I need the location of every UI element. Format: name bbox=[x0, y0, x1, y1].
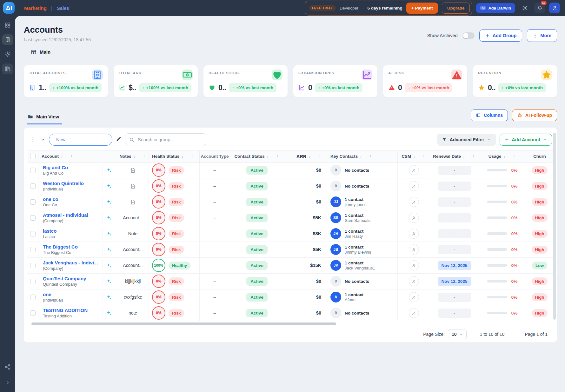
column-header-arr[interactable]: ARR↕⋮ bbox=[284, 151, 327, 162]
column-header-contact-status[interactable]: Contact Status↕⋮ bbox=[230, 151, 284, 162]
vertical-scrollbar-thumb[interactable] bbox=[553, 133, 556, 320]
column-menu-icon[interactable]: ⋮ bbox=[190, 154, 195, 159]
csm-assign-button[interactable] bbox=[409, 165, 419, 175]
columns-button[interactable]: Columns bbox=[471, 110, 508, 121]
column-menu-icon[interactable]: ⋮ bbox=[369, 154, 373, 159]
account-link[interactable]: Jack Venghaus - Indivi... bbox=[43, 260, 100, 265]
sidebar-item-accounts[interactable] bbox=[2, 34, 13, 45]
app-logo[interactable]: Δ bbox=[3, 2, 15, 14]
column-header-account[interactable]: Account↕⋮ bbox=[38, 151, 117, 162]
sidebar-expand-button[interactable] bbox=[2, 377, 13, 388]
select-all-checkbox[interactable] bbox=[30, 154, 36, 159]
column-header-account-type[interactable]: Account Type bbox=[200, 151, 230, 162]
column-header-notes[interactable]: Notes↕⋮ bbox=[117, 151, 149, 162]
row-checkbox[interactable] bbox=[30, 295, 36, 300]
csm-assign-button[interactable] bbox=[409, 292, 419, 302]
ai-sparkle-button[interactable] bbox=[103, 276, 114, 286]
group-kebab-menu[interactable]: ⋮ bbox=[29, 136, 37, 143]
column-menu-icon[interactable]: ⋮ bbox=[142, 154, 146, 159]
ai-sparkle-button[interactable] bbox=[103, 181, 114, 191]
add-group-button[interactable]: Add Group bbox=[479, 30, 522, 42]
sort-icon[interactable]: ↕ bbox=[309, 155, 310, 158]
csm-assign-button[interactable] bbox=[409, 276, 419, 286]
row-checkbox[interactable] bbox=[30, 231, 36, 236]
sidebar-item-dashboard[interactable] bbox=[2, 20, 13, 30]
row-checkbox[interactable] bbox=[30, 263, 36, 268]
page-size-select[interactable]: 10 bbox=[448, 329, 467, 339]
sort-icon[interactable]: ↕ bbox=[267, 155, 269, 158]
upgrade-button[interactable]: Upgrade bbox=[442, 3, 470, 14]
account-link[interactable]: The Biggest Co bbox=[43, 244, 100, 249]
account-link[interactable]: lastco bbox=[43, 228, 100, 234]
profile-button[interactable] bbox=[549, 3, 560, 13]
search-input[interactable] bbox=[137, 137, 202, 143]
row-checkbox[interactable] bbox=[30, 247, 36, 252]
sidebar-item-settings[interactable] bbox=[2, 49, 13, 60]
ai-sparkle-button[interactable] bbox=[103, 229, 114, 239]
account-link[interactable]: TESTING ADDITION bbox=[43, 308, 100, 313]
group-collapse-chevron[interactable] bbox=[40, 137, 45, 142]
notifications-button[interactable]: 10 bbox=[534, 3, 545, 13]
group-name-input[interactable] bbox=[49, 134, 112, 146]
row-checkbox[interactable] bbox=[30, 279, 36, 284]
note-document-icon[interactable] bbox=[130, 167, 136, 173]
csm-assign-button[interactable] bbox=[409, 260, 419, 270]
sidebar-item-library[interactable] bbox=[2, 63, 13, 74]
note-document-icon[interactable] bbox=[130, 183, 136, 189]
csm-assign-button[interactable] bbox=[409, 308, 419, 318]
user-chip[interactable]: AI Ada Darwin bbox=[476, 3, 515, 13]
column-menu-icon[interactable]: ⋮ bbox=[317, 154, 322, 159]
ai-sparkle-button[interactable] bbox=[103, 308, 114, 318]
ai-sparkle-button[interactable] bbox=[103, 244, 114, 255]
sidebar-share-button[interactable] bbox=[2, 362, 13, 372]
account-link[interactable]: Atmosai - Individual bbox=[43, 212, 100, 218]
ai-follow-up-button[interactable]: AI Follow-up bbox=[512, 110, 557, 121]
nav-sales[interactable]: Sales bbox=[57, 5, 69, 11]
row-checkbox[interactable] bbox=[30, 199, 36, 205]
tab-main-view[interactable]: Main View bbox=[27, 114, 62, 124]
column-menu-icon[interactable]: ⋮ bbox=[422, 154, 426, 159]
show-archived-toggle[interactable] bbox=[462, 32, 475, 39]
sort-icon[interactable]: ↕ bbox=[503, 155, 505, 158]
theme-toggle-button[interactable] bbox=[519, 3, 530, 13]
horizontal-scrollbar-thumb[interactable] bbox=[31, 322, 336, 325]
ai-sparkle-button[interactable] bbox=[103, 260, 114, 270]
row-checkbox[interactable] bbox=[30, 310, 36, 316]
account-link[interactable]: Weston Quintrello bbox=[43, 181, 100, 186]
ai-sparkle-button[interactable] bbox=[103, 213, 114, 223]
sort-icon[interactable]: ↕ bbox=[413, 155, 415, 158]
column-menu-icon[interactable]: ⋮ bbox=[275, 154, 280, 159]
workspace-tab-main[interactable]: Main bbox=[31, 49, 557, 55]
csm-assign-button[interactable] bbox=[409, 229, 419, 239]
account-link[interactable]: QuinTest Company bbox=[43, 276, 100, 281]
column-menu-icon[interactable]: ⋮ bbox=[471, 154, 476, 159]
note-document-icon[interactable] bbox=[130, 199, 136, 205]
column-menu-icon[interactable]: ⋮ bbox=[512, 154, 516, 159]
sort-icon[interactable]: ↕ bbox=[360, 155, 362, 158]
sort-icon[interactable]: ↕ bbox=[182, 155, 183, 158]
sort-icon[interactable]: ↕ bbox=[134, 155, 135, 158]
csm-assign-button[interactable] bbox=[409, 244, 419, 255]
row-checkbox[interactable] bbox=[30, 183, 36, 189]
column-header-renewal-date[interactable]: Renewal Date↕⋮ bbox=[430, 151, 479, 162]
column-header-churn[interactable]: Churn bbox=[526, 151, 553, 162]
column-header-csm[interactable]: CSM↕⋮ bbox=[398, 151, 430, 162]
csm-assign-button[interactable] bbox=[409, 181, 419, 191]
ai-sparkle-button[interactable] bbox=[103, 197, 114, 207]
column-header-health-status[interactable]: Health Status↕⋮ bbox=[149, 151, 200, 162]
sort-icon[interactable]: ↕ bbox=[61, 155, 63, 158]
row-checkbox[interactable] bbox=[30, 168, 36, 173]
more-button[interactable]: ⋮More bbox=[527, 29, 557, 42]
add-account-button[interactable]: Add Account bbox=[500, 134, 552, 146]
row-checkbox[interactable] bbox=[30, 215, 36, 221]
nav-marketing[interactable]: Marketing bbox=[24, 5, 47, 11]
account-link[interactable]: one bbox=[43, 292, 100, 297]
column-header-usage[interactable]: Usage↕⋮ bbox=[479, 151, 526, 162]
column-header-key-contacts[interactable]: Key Contacts↕⋮ bbox=[327, 151, 398, 162]
account-link[interactable]: one co bbox=[43, 196, 100, 202]
sort-icon[interactable]: ↕ bbox=[463, 155, 465, 158]
csm-assign-button[interactable] bbox=[409, 213, 419, 223]
ai-sparkle-button[interactable] bbox=[103, 165, 114, 175]
csm-assign-button[interactable] bbox=[409, 197, 419, 207]
advanced-filter-button[interactable]: Advanced Filter bbox=[437, 134, 496, 146]
